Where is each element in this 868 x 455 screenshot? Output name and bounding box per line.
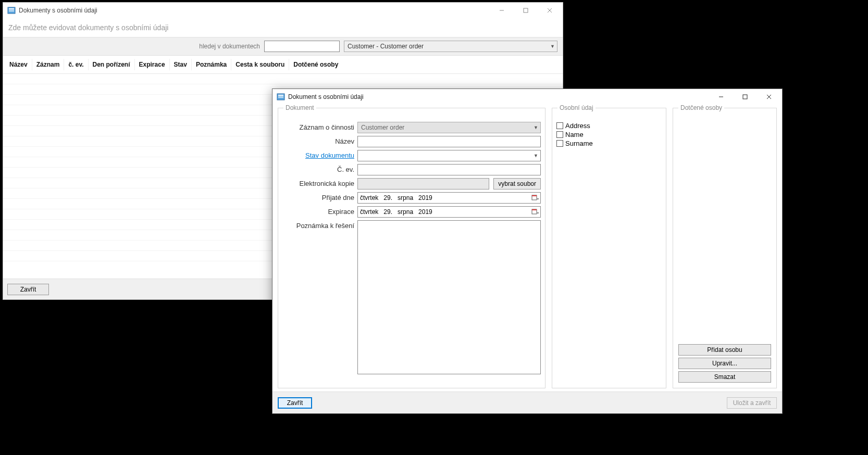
app-icon [7,6,16,15]
titlebar[interactable]: Dokumenty s osobními údaji [3,3,563,18]
checkbox-icon [556,140,563,147]
date-month: srpna [398,194,413,201]
svg-rect-13 [743,95,747,99]
label-expirace: Expirace [282,206,354,216]
svg-rect-2 [9,10,14,10]
svg-rect-1 [9,8,14,9]
label-cev: Č. ev. [282,164,354,173]
search-label: hledej v dokumentech [199,43,260,50]
date-day: 29. [383,208,392,216]
close-dialog-button[interactable]: Zavřít [7,284,49,295]
edit-person-button[interactable]: Upravit... [678,358,771,369]
checkbox-item-surname[interactable]: Surname [556,140,662,147]
checkbox-icon [556,122,563,129]
zaznam-dropdown[interactable]: Customer order ▼ [357,122,541,133]
checkbox-item-address[interactable]: Address [556,122,662,130]
nazev-input[interactable] [357,136,541,147]
close-button[interactable] [757,89,781,105]
subtitle: Zde můžete evidovat dokumenty s osobními… [3,18,563,37]
svg-rect-10 [278,96,283,97]
group-title: Osobní údaj [557,104,596,111]
th-poznamka[interactable]: Poznámka [192,59,231,70]
document-detail-window: Dokument s osobními údaji Dokument Zázna… [272,89,783,414]
th-stav[interactable]: Stav [170,59,192,70]
app-icon [277,93,285,101]
cev-input[interactable] [357,164,541,175]
table-header: Název Záznam č. ev. Den pořízení Expirac… [3,56,563,74]
checkbox-label: Name [565,131,584,138]
window-title: Dokument s osobními údaji [288,93,364,100]
svg-rect-9 [278,95,283,96]
search-bar: hledej v dokumentech Customer - Customer… [3,37,563,56]
poznamka-textarea[interactable] [357,220,541,374]
date-year: 2019 [418,194,432,201]
maximize-button[interactable] [733,89,757,105]
file-browse-button[interactable]: vybrat soubor [493,178,541,189]
maximize-button[interactable] [514,3,538,18]
date-day: 29. [383,194,392,201]
stav-dropdown[interactable]: ▼ [357,150,541,161]
filter-dropdown-value: Customer - Customer order [348,43,424,50]
window-title: Dokumenty s osobními údaji [19,7,97,14]
close-button[interactable] [538,3,562,18]
chevron-down-icon: ▼ [550,44,555,49]
th-expirace[interactable]: Expirace [135,59,170,70]
close-dialog-button[interactable]: Zavřít [278,397,312,409]
minimize-button[interactable] [709,89,733,105]
label-kopie: Elektronická kopie [282,178,354,187]
table-row[interactable] [3,74,563,84]
prijate-date-input[interactable]: čtvrtek 29. srpna 2019 [357,192,541,204]
calendar-icon[interactable] [531,208,539,216]
persons-list-area [677,113,772,344]
svg-rect-5 [524,8,528,12]
add-person-button[interactable]: Přidat osobu [678,344,771,356]
th-zaznam[interactable]: Záznam [32,59,65,70]
minimize-button[interactable] [490,3,514,18]
search-input[interactable] [264,41,340,52]
svg-rect-17 [532,195,537,196]
label-prijate: Přijaté dne [282,192,354,201]
checkbox-item-name[interactable]: Name [556,131,662,138]
save-close-button[interactable]: Uložit a zavřít [727,397,777,409]
th-cesta[interactable]: Cesta k souboru [231,59,289,70]
expirace-date-input[interactable]: čtvrtek 29. srpna 2019 [357,206,541,218]
filter-dropdown[interactable]: Customer - Customer order ▼ [344,41,557,52]
group-dokument: Dokument Záznam o činnosti Customer orde… [278,108,545,388]
group-dotcene-osoby: Dotčené osoby Přidat osobu Upravit... Sm… [673,108,777,388]
svg-marker-21 [537,212,539,214]
calendar-icon[interactable] [531,194,539,201]
group-title: Dotčené osoby [678,104,724,111]
th-cev[interactable]: č. ev. [64,59,88,70]
titlebar[interactable]: Dokument s osobními údaji [272,89,782,105]
th-osoby[interactable]: Dotčené osoby [289,59,342,70]
th-nazev[interactable]: Název [5,59,32,70]
svg-marker-18 [537,198,539,200]
svg-rect-20 [532,209,537,210]
chevron-down-icon: ▼ [534,153,538,158]
svg-rect-3 [9,11,14,11]
file-path-display [357,178,489,189]
svg-rect-11 [278,97,283,98]
chevron-down-icon: ▼ [534,125,538,130]
delete-person-button[interactable]: Smazat [678,371,771,383]
group-title: Dokument [283,104,316,111]
checkbox-label: Surname [565,140,593,147]
checkbox-icon [556,131,563,138]
label-poznamka: Poznámka k řešení [282,220,354,230]
date-month: srpna [398,208,413,216]
date-dow: čtvrtek [360,194,378,201]
th-den[interactable]: Den pořízení [89,59,135,70]
date-dow: čtvrtek [360,208,378,216]
label-nazev: Název [282,136,354,145]
footer: Zavřít Uložit a zavřít [272,391,782,413]
date-year: 2019 [418,208,432,216]
label-stav-link[interactable]: Stav dokumentu [282,150,354,159]
label-zaznam: Záznam o činnosti [282,122,354,131]
checkbox-label: Address [565,122,590,130]
group-osobni-udaj: Osobní údaj Address Name Surname [552,108,666,388]
zaznam-value: Customer order [361,124,404,131]
